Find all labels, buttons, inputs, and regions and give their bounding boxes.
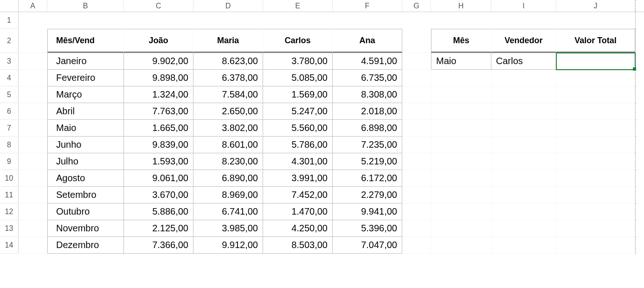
cell-J11[interactable] — [556, 187, 635, 203]
cell-B1[interactable] — [47, 12, 124, 29]
cell-J6[interactable] — [556, 103, 635, 120]
table-cell-value[interactable]: 3.991,00 — [263, 170, 333, 187]
cell-I7[interactable] — [491, 120, 556, 137]
table-cell-value[interactable]: 2.279,00 — [333, 187, 402, 203]
col-header-H[interactable]: H — [431, 0, 491, 12]
cell-G13[interactable] — [402, 220, 431, 237]
cell-I9[interactable] — [491, 153, 556, 170]
cell-A11[interactable] — [19, 187, 47, 203]
cell-G9[interactable] — [402, 153, 431, 170]
cell-J10[interactable] — [556, 170, 635, 187]
col-header-C[interactable]: C — [124, 0, 193, 12]
cell-D1[interactable] — [193, 12, 263, 29]
table-cell-value[interactable]: 8.308,00 — [333, 86, 402, 103]
cell-H6[interactable] — [431, 103, 491, 120]
row-header-4[interactable]: 4 — [0, 70, 19, 86]
table-cell-value[interactable]: 5.085,00 — [263, 70, 333, 86]
row-header-5[interactable]: 5 — [0, 86, 19, 103]
cell-I11[interactable] — [491, 187, 556, 203]
table-header-João[interactable]: João — [124, 29, 193, 53]
table-cell-value[interactable]: 1.569,00 — [263, 86, 333, 103]
table-row-month[interactable]: Junho — [47, 137, 124, 153]
lookup-header-valor-total[interactable]: Valor Total — [556, 29, 635, 53]
cell-G5[interactable] — [402, 86, 431, 103]
cell-I6[interactable] — [491, 103, 556, 120]
cell-I1[interactable] — [491, 12, 556, 29]
table-cell-value[interactable]: 9.912,00 — [193, 237, 263, 254]
table-cell-value[interactable]: 8.601,00 — [193, 137, 263, 153]
cell-H14[interactable] — [431, 237, 491, 254]
table-row-month[interactable]: Abril — [47, 103, 124, 120]
cell-F1[interactable] — [333, 12, 402, 29]
cell-A13[interactable] — [19, 220, 47, 237]
cell-H10[interactable] — [431, 170, 491, 187]
cell-G6[interactable] — [402, 103, 431, 120]
lookup-cell-vendedor[interactable]: Carlos — [491, 53, 556, 70]
cell-J4[interactable] — [556, 70, 635, 86]
cell-J7[interactable] — [556, 120, 635, 137]
table-cell-value[interactable]: 5.886,00 — [124, 203, 193, 220]
col-header-A[interactable]: A — [19, 0, 47, 12]
table-row-month[interactable]: Julho — [47, 153, 124, 170]
cell-G4[interactable] — [402, 70, 431, 86]
table-row-month[interactable]: Outubro — [47, 203, 124, 220]
col-header-F[interactable]: F — [333, 0, 402, 12]
row-header-13[interactable]: 13 — [0, 220, 19, 237]
select-all-corner[interactable] — [0, 0, 19, 12]
table-cell-value[interactable]: 8.503,00 — [263, 237, 333, 254]
cell-J1[interactable] — [556, 12, 635, 29]
table-row-month[interactable]: Setembro — [47, 187, 124, 203]
table-row-month[interactable]: Fevereiro — [47, 70, 124, 86]
cell-G10[interactable] — [402, 170, 431, 187]
cell-I4[interactable] — [491, 70, 556, 86]
table-cell-value[interactable]: 3.985,00 — [193, 220, 263, 237]
table-cell-value[interactable]: 7.047,00 — [333, 237, 402, 254]
table-cell-value[interactable]: 2.018,00 — [333, 103, 402, 120]
table-header-Ana[interactable]: Ana — [333, 29, 402, 53]
cell-I13[interactable] — [491, 220, 556, 237]
cell-G14[interactable] — [402, 237, 431, 254]
table-cell-value[interactable]: 4.250,00 — [263, 220, 333, 237]
table-row-month[interactable]: Novembro — [47, 220, 124, 237]
col-header-I[interactable]: I — [491, 0, 556, 12]
cell-H5[interactable] — [431, 86, 491, 103]
cell-J12[interactable] — [556, 203, 635, 220]
table-cell-value[interactable]: 5.219,00 — [333, 153, 402, 170]
table-cell-value[interactable]: 1.324,00 — [124, 86, 193, 103]
row-header-7[interactable]: 7 — [0, 120, 19, 137]
table-cell-value[interactable]: 9.061,00 — [124, 170, 193, 187]
table-cell-value[interactable]: 4.591,00 — [333, 53, 402, 70]
cell-G2[interactable] — [402, 29, 431, 53]
table-cell-value[interactable]: 6.890,00 — [193, 170, 263, 187]
row-header-3[interactable]: 3 — [0, 53, 19, 70]
row-header-11[interactable]: 11 — [0, 187, 19, 203]
cell-H7[interactable] — [431, 120, 491, 137]
spreadsheet-grid[interactable]: A B C D E F G H I J 12Mês/VendJoãoMariaC… — [0, 0, 644, 254]
table-row-month[interactable]: Dezembro — [47, 237, 124, 254]
table-cell-value[interactable]: 9.898,00 — [124, 70, 193, 86]
row-header-8[interactable]: 8 — [0, 137, 19, 153]
cell-A2[interactable] — [19, 29, 47, 53]
table-cell-value[interactable]: 1.665,00 — [124, 120, 193, 137]
cell-J5[interactable] — [556, 86, 635, 103]
col-header-J[interactable]: J — [556, 0, 635, 12]
cell-A3[interactable] — [19, 53, 47, 70]
table-cell-value[interactable]: 5.560,00 — [263, 120, 333, 137]
col-header-G[interactable]: G — [402, 0, 431, 12]
cell-H4[interactable] — [431, 70, 491, 86]
cell-I10[interactable] — [491, 170, 556, 187]
table-corner-label[interactable]: Mês/Vend — [47, 29, 124, 53]
row-header-2[interactable]: 2 — [0, 29, 19, 53]
cell-J8[interactable] — [556, 137, 635, 153]
row-header-9[interactable]: 9 — [0, 153, 19, 170]
cell-G1[interactable] — [402, 12, 431, 29]
table-cell-value[interactable]: 3.670,00 — [124, 187, 193, 203]
cell-H9[interactable] — [431, 153, 491, 170]
cell-E1[interactable] — [263, 12, 333, 29]
table-cell-value[interactable]: 2.650,00 — [193, 103, 263, 120]
table-cell-value[interactable]: 3.780,00 — [263, 53, 333, 70]
col-header-B[interactable]: B — [47, 0, 124, 12]
cell-A1[interactable] — [19, 12, 47, 29]
table-cell-value[interactable]: 6.735,00 — [333, 70, 402, 86]
table-cell-value[interactable]: 3.802,00 — [193, 120, 263, 137]
